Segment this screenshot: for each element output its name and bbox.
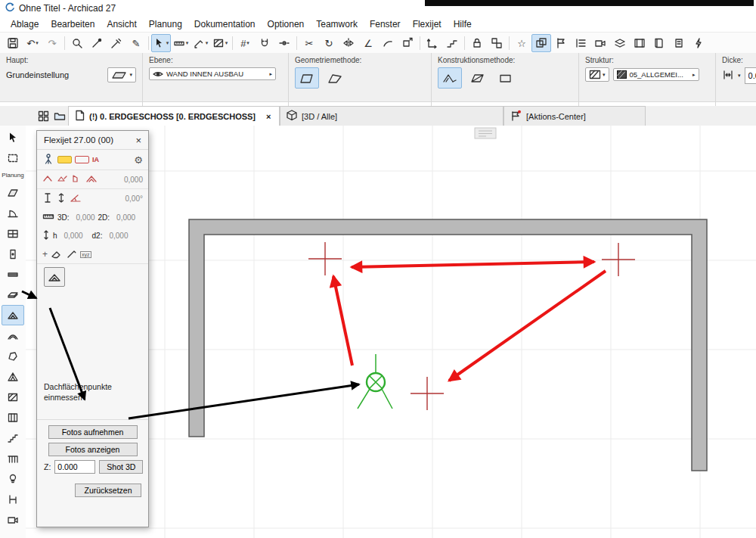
- arc-button[interactable]: [378, 34, 398, 52]
- level-on-icon[interactable]: [57, 156, 72, 163]
- tab-erdgeschoss[interactable]: (!) 0. ERDGESCHOSS [0. ERDGESCHOSS] ×: [68, 106, 280, 126]
- elevation-button[interactable]: [442, 34, 462, 52]
- undo-button[interactable]: ↶▾: [23, 34, 42, 52]
- fill-type-dropdown[interactable]: ▾: [210, 34, 230, 52]
- line-weight-dropdown[interactable]: ▾: [171, 34, 191, 52]
- tool-shell[interactable]: [2, 325, 24, 346]
- film-button[interactable]: [630, 34, 649, 52]
- vertical-ref-icon[interactable]: [42, 192, 53, 205]
- tab-close-button[interactable]: ×: [266, 112, 271, 121]
- composite-dropdown[interactable]: 05_ALLGEMEI... ▸: [613, 68, 699, 81]
- menu-bearbeiten[interactable]: Bearbeiten: [45, 17, 101, 31]
- injector-button[interactable]: [107, 34, 126, 52]
- menu-planung[interactable]: Planung: [143, 17, 188, 31]
- menu-ablage[interactable]: Ablage: [5, 17, 45, 31]
- geometry-polygon-button[interactable]: [295, 67, 319, 89]
- zoom-button[interactable]: [67, 34, 87, 52]
- measure-slope-icon[interactable]: [57, 173, 68, 185]
- ia-mode-button[interactable]: IA: [92, 156, 99, 163]
- tool-marquee[interactable]: [2, 148, 24, 168]
- xyz-export-button[interactable]: xyz: [80, 251, 91, 258]
- zuruecksetzen-button[interactable]: Zurücksetzen: [75, 484, 141, 497]
- menu-flexijet[interactable]: Flexijet: [407, 17, 448, 31]
- tab-aktions-center[interactable]: [Aktions-Center]: [503, 106, 646, 126]
- measure-roof-icon[interactable]: [42, 173, 54, 185]
- measure-double-roof-icon[interactable]: [85, 173, 98, 185]
- menu-teamwork[interactable]: Teamwork: [310, 17, 364, 31]
- selection-style-dropdown[interactable]: ▾: [151, 34, 171, 52]
- tool-door[interactable]: [2, 203, 24, 223]
- tool-camera[interactable]: [2, 509, 24, 530]
- grid-snap-dropdown[interactable]: #▾: [235, 34, 255, 52]
- library-button[interactable]: [649, 34, 669, 52]
- tool-zone[interactable]: [2, 387, 24, 407]
- menu-fenster[interactable]: Fenster: [364, 17, 407, 31]
- pencil-button[interactable]: ✎: [126, 34, 146, 52]
- z-input[interactable]: [54, 460, 95, 474]
- eraser-button[interactable]: [51, 248, 63, 260]
- tool-stair[interactable]: [2, 428, 24, 448]
- tool-column[interactable]: [2, 244, 24, 264]
- haupt-value[interactable]: Grundeinstellung: [6, 70, 69, 79]
- element-list-button[interactable]: [571, 34, 590, 52]
- level-off-icon[interactable]: [75, 156, 89, 163]
- quick-layout-button[interactable]: [35, 107, 51, 124]
- measure-plane-icon[interactable]: [71, 173, 82, 185]
- group-button[interactable]: [487, 34, 507, 52]
- rotate-button[interactable]: ↻: [319, 34, 339, 52]
- save-button[interactable]: [3, 34, 23, 52]
- layer-dropdown[interactable]: WAND INNEN AUSBAU ▸: [149, 67, 276, 80]
- camera-path-button[interactable]: [590, 34, 610, 52]
- laser-device-icon[interactable]: [42, 153, 54, 166]
- lock-button[interactable]: [467, 34, 487, 52]
- menu-optionen[interactable]: Optionen: [262, 17, 311, 31]
- construction-method-3-button[interactable]: [494, 67, 518, 89]
- thickness-dropdown-caret[interactable]: ▾: [738, 73, 741, 79]
- tool-arrow[interactable]: [2, 127, 24, 148]
- origin-axes-button[interactable]: [423, 34, 442, 52]
- vertical-arrow-icon[interactable]: [56, 192, 67, 205]
- tool-roof[interactable]: [2, 305, 24, 325]
- eyedropper-button[interactable]: [87, 34, 107, 52]
- palette-titlebar[interactable]: Flexijet 27.00 (00) ×: [37, 131, 148, 150]
- tool-lamp[interactable]: [2, 468, 24, 489]
- tool-morph[interactable]: [2, 346, 24, 366]
- redo-button[interactable]: ↷: [42, 34, 62, 52]
- tool-wall[interactable]: [2, 182, 24, 203]
- fotos-anzeigen-button[interactable]: Fotos anzeigen: [48, 443, 138, 456]
- tool-beam[interactable]: [2, 264, 24, 285]
- tool-slab[interactable]: [2, 285, 24, 305]
- menu-hilfe[interactable]: Hilfe: [448, 17, 478, 31]
- bolt-button[interactable]: [689, 34, 708, 52]
- menu-ansicht[interactable]: Ansicht: [101, 17, 142, 31]
- navigator-button[interactable]: [51, 107, 68, 124]
- tab-3d[interactable]: [3D / Alle]: [280, 106, 503, 126]
- menu-dokumentation[interactable]: Dokumentation: [188, 17, 262, 31]
- trim-button[interactable]: ✂: [299, 34, 319, 52]
- construction-method-2-button[interactable]: [466, 67, 490, 89]
- layers-button[interactable]: [610, 34, 630, 52]
- pen-button[interactable]: [66, 248, 77, 260]
- pen-set-dropdown[interactable]: ▾: [191, 34, 210, 52]
- roof-measure-button[interactable]: [44, 267, 65, 287]
- tool-mesh[interactable]: [2, 366, 24, 387]
- angle-icon[interactable]: [70, 192, 82, 205]
- show-selection-button[interactable]: [531, 34, 551, 52]
- construction-method-1-button[interactable]: [438, 67, 462, 89]
- fotos-aufnehmen-button[interactable]: Fotos aufnehmen: [48, 425, 138, 439]
- thickness-input[interactable]: [745, 67, 756, 84]
- geometry-skewed-button[interactable]: [323, 67, 347, 89]
- stretch-button[interactable]: [398, 34, 417, 52]
- palette-close-button[interactable]: ×: [135, 135, 141, 146]
- tool-railing[interactable]: [2, 448, 24, 468]
- add-point-button[interactable]: +: [42, 249, 48, 260]
- palette-settings-button[interactable]: ⚙: [134, 154, 143, 166]
- favorites-button[interactable]: ☆: [512, 34, 531, 52]
- mirror-button[interactable]: [339, 34, 358, 52]
- tool-curtain-wall[interactable]: [2, 407, 24, 428]
- angle-measure-button[interactable]: ∠: [358, 34, 378, 52]
- magnet-snap-button[interactable]: [255, 34, 274, 52]
- tool-object[interactable]: [2, 489, 24, 509]
- guide-lines-button[interactable]: [274, 34, 294, 52]
- wall-settings-dropdown[interactable]: ▾: [107, 67, 136, 82]
